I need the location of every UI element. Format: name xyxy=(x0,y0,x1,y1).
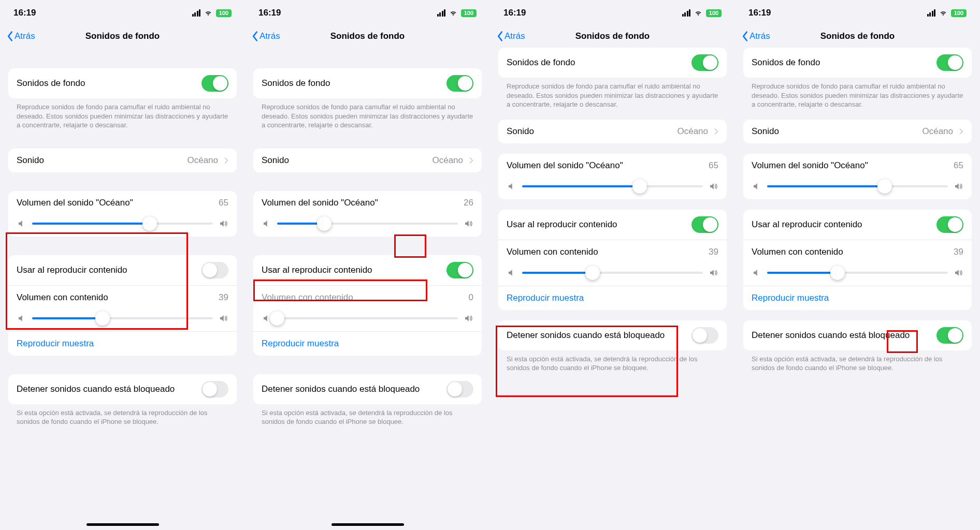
home-indicator[interactable] xyxy=(332,523,404,526)
media-volume-slider[interactable] xyxy=(277,317,458,319)
sound-value: Océano xyxy=(432,155,463,166)
back-button[interactable]: Atrás xyxy=(496,31,525,42)
media-volume-value: 39 xyxy=(709,247,718,257)
stop-when-locked-label: Detener sonidos cuando está bloqueado xyxy=(752,330,936,341)
sound-select-row[interactable]: Sonido Océano xyxy=(743,120,972,143)
stop-when-locked-toggle[interactable] xyxy=(201,381,228,398)
sound-volume-label: Volumen del sonido "Océano" xyxy=(752,160,954,171)
status-time: 16:19 xyxy=(748,8,771,18)
sound-volume-group: Volumen del sonido "Océano" 65 xyxy=(498,154,727,199)
use-with-media-group: Usar al reproducir contenido Volumen con… xyxy=(498,210,727,310)
status-bar: 16:19 100 xyxy=(490,0,735,23)
sound-volume-slider[interactable] xyxy=(522,185,703,187)
media-volume-slider[interactable] xyxy=(522,272,703,274)
status-time: 16:19 xyxy=(258,8,281,18)
media-volume-value: 39 xyxy=(954,247,963,257)
media-volume-slider[interactable] xyxy=(32,317,213,319)
stop-when-locked-toggle[interactable] xyxy=(446,381,473,398)
battery-icon: 100 xyxy=(706,9,722,17)
sound-value: Océano xyxy=(922,126,953,137)
sound-select-group: Sonido Océano xyxy=(253,149,482,172)
main-toggle-group: Sonidos de fondo xyxy=(498,48,727,78)
use-with-media-toggle[interactable] xyxy=(936,216,963,233)
navigation-bar: Atrás Sonidos de fondo xyxy=(735,23,980,50)
stop-when-locked-label: Detener sonidos cuando está bloqueado xyxy=(507,330,691,341)
page-title: Sonidos de fondo xyxy=(820,31,895,41)
sound-select-group: Sonido Océano xyxy=(8,149,237,172)
sound-volume-label: Volumen del sonido "Océano" xyxy=(17,198,219,208)
sound-volume-slider[interactable] xyxy=(767,185,948,187)
back-button[interactable]: Atrás xyxy=(741,31,770,42)
status-bar: 16:19 100 xyxy=(0,0,245,23)
stop-when-locked-description: Si esta opción está activada, se detendr… xyxy=(490,350,735,373)
back-button[interactable]: Atrás xyxy=(251,31,280,42)
page-title: Sonidos de fondo xyxy=(85,31,160,41)
background-sounds-toggle[interactable] xyxy=(201,75,228,92)
volume-high-icon xyxy=(463,219,473,228)
volume-low-icon xyxy=(507,182,517,191)
sound-value: Océano xyxy=(187,155,218,166)
use-with-media-label: Usar al reproducir contenido xyxy=(262,265,446,275)
main-toggle-label: Sonidos de fondo xyxy=(507,57,691,68)
volume-low-icon xyxy=(752,182,762,191)
stop-when-locked-group: Detener sonidos cuando está bloqueado xyxy=(498,320,727,350)
use-with-media-toggle[interactable] xyxy=(446,262,473,278)
chevron-left-icon xyxy=(251,31,258,42)
volume-high-icon xyxy=(218,314,228,323)
sound-volume-label: Volumen del sonido "Océano" xyxy=(507,160,709,171)
background-sounds-toggle[interactable] xyxy=(691,54,718,71)
play-sample-button[interactable]: Reproducir muestra xyxy=(498,286,727,310)
play-sample-button[interactable]: Reproducir muestra xyxy=(8,331,237,356)
use-with-media-toggle[interactable] xyxy=(201,262,228,278)
background-sounds-toggle[interactable] xyxy=(446,75,473,92)
sound-volume-slider[interactable] xyxy=(32,223,213,225)
stop-when-locked-toggle[interactable] xyxy=(936,327,963,344)
background-sounds-toggle[interactable] xyxy=(936,54,963,71)
cellular-signal-icon xyxy=(192,9,201,17)
sound-select-group: Sonido Océano xyxy=(743,120,972,143)
page-title: Sonidos de fondo xyxy=(575,31,650,41)
back-label: Atrás xyxy=(15,31,35,41)
chevron-left-icon xyxy=(496,31,503,42)
play-sample-button[interactable]: Reproducir muestra xyxy=(743,286,972,310)
use-with-media-toggle[interactable] xyxy=(691,216,718,233)
back-label: Atrás xyxy=(505,31,525,41)
volume-low-icon xyxy=(752,268,762,277)
stop-when-locked-group: Detener sonidos cuando está bloqueado xyxy=(8,374,237,404)
volume-low-icon xyxy=(17,219,27,228)
sound-volume-group: Volumen del sonido "Océano" 26 xyxy=(253,191,482,237)
main-description: Reproduce sonidos de fondo para camuflar… xyxy=(490,78,735,109)
stop-when-locked-toggle[interactable] xyxy=(691,327,718,344)
sound-select-row[interactable]: Sonido Océano xyxy=(8,149,237,172)
status-bar: 16:19 100 xyxy=(245,0,490,23)
chevron-right-icon xyxy=(714,128,718,135)
sound-volume-group: Volumen del sonido "Océano" 65 xyxy=(8,191,237,237)
play-sample-button[interactable]: Reproducir muestra xyxy=(253,331,482,356)
sound-select-row[interactable]: Sonido Océano xyxy=(498,120,727,143)
chevron-right-icon xyxy=(224,157,228,164)
stop-when-locked-group: Detener sonidos cuando está bloqueado xyxy=(743,320,972,350)
sound-volume-value: 65 xyxy=(954,160,963,171)
volume-high-icon xyxy=(218,219,228,228)
sound-volume-group: Volumen del sonido "Océano" 65 xyxy=(743,154,972,199)
stop-when-locked-description: Si esta opción está activada, se detendr… xyxy=(0,404,245,426)
stop-when-locked-label: Detener sonidos cuando está bloqueado xyxy=(262,384,446,394)
media-volume-label: Volumen con contenido xyxy=(262,292,469,303)
volume-high-icon xyxy=(953,268,963,277)
main-toggle-group: Sonidos de fondo xyxy=(743,48,972,78)
sound-select-row[interactable]: Sonido Océano xyxy=(253,149,482,172)
status-indicators: 100 xyxy=(437,9,477,17)
chevron-left-icon xyxy=(6,31,13,42)
sound-volume-slider[interactable] xyxy=(277,223,458,225)
media-volume-label: Volumen con contenido xyxy=(17,292,219,303)
use-with-media-label: Usar al reproducir contenido xyxy=(507,219,691,230)
status-time: 16:19 xyxy=(503,8,526,18)
back-label: Atrás xyxy=(260,31,280,41)
media-volume-label: Volumen con contenido xyxy=(752,247,954,257)
home-indicator[interactable] xyxy=(87,523,159,526)
back-button[interactable]: Atrás xyxy=(6,31,35,42)
page-title: Sonidos de fondo xyxy=(330,31,405,41)
media-volume-slider[interactable] xyxy=(767,272,948,274)
chevron-right-icon xyxy=(959,128,963,135)
main-toggle-label: Sonidos de fondo xyxy=(17,78,201,89)
